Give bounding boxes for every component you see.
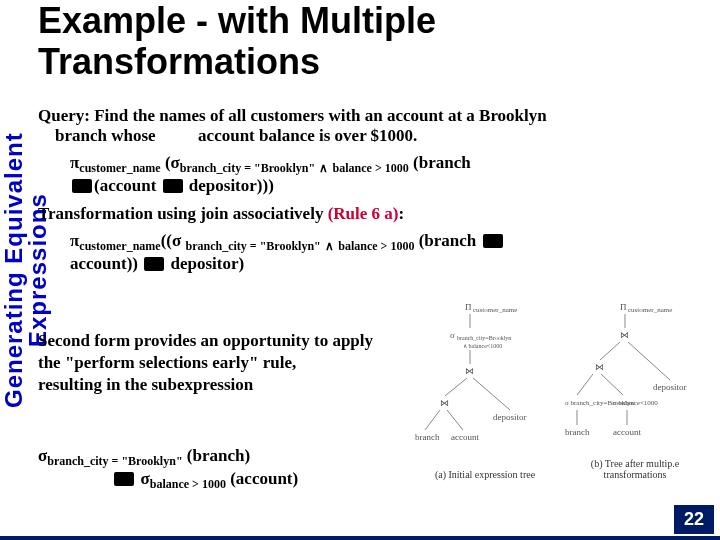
fig-account: account bbox=[451, 432, 479, 442]
fig-pi: Π bbox=[465, 302, 472, 312]
join-icon: ⋈ bbox=[144, 257, 164, 271]
sidebar-label: Generating Equivalent Expressions bbox=[2, 130, 32, 410]
footer-stripe bbox=[0, 536, 720, 540]
lower-paragraph: Second form provides an opportunity to a… bbox=[38, 330, 418, 396]
fig-sigma-sub2: ∧ balance<1000 bbox=[463, 343, 502, 349]
fig-branch: branch bbox=[415, 432, 440, 442]
query-text2: branch whose bbox=[55, 126, 156, 145]
fig-branch: branch bbox=[565, 427, 590, 437]
pi-sub: customer_name bbox=[79, 239, 160, 253]
sigma-sub: branch_city = "Brooklyn" bbox=[185, 239, 320, 253]
sigma-sub: branch_city = "Brooklyn" bbox=[180, 161, 315, 175]
colon: : bbox=[398, 204, 404, 223]
sigma-icon: σ bbox=[172, 231, 181, 250]
transform-line: Transformation using join associatively … bbox=[38, 204, 708, 224]
rel-account: account)) bbox=[70, 254, 138, 273]
figure-a: Π customer_name σ branch_city=Brooklyn ∧… bbox=[415, 300, 555, 480]
svg-line-4 bbox=[425, 410, 440, 430]
figure-b: Π customer_name ⋈ ⋈ depositor σ branch_c… bbox=[565, 300, 705, 480]
join-icon: ⋈ bbox=[483, 234, 503, 248]
fig-join2: ⋈ bbox=[440, 398, 449, 408]
query-prefix: Query: bbox=[38, 106, 90, 125]
svg-line-10 bbox=[601, 374, 623, 395]
fig-depositor: depositor bbox=[493, 412, 527, 422]
svg-line-3 bbox=[473, 378, 510, 410]
lower-l2: the "perform selections early" rule, bbox=[38, 353, 296, 372]
fig-pi-sub: customer_name bbox=[628, 306, 672, 314]
pi-sub: customer_name bbox=[79, 161, 160, 175]
sigma-icon: σ bbox=[141, 469, 150, 488]
rel-branch: (branch bbox=[419, 231, 477, 250]
fig-sigma-sub: branch_city=Brooklyn bbox=[457, 335, 511, 341]
fig-join: ⋈ bbox=[620, 330, 629, 340]
fig-sigma: σ bbox=[450, 330, 455, 340]
fig-pi: Π bbox=[620, 302, 627, 312]
fig-depositor: depositor bbox=[653, 382, 687, 392]
sigma-icon: σ bbox=[171, 153, 180, 172]
pi-icon: π bbox=[70, 231, 79, 250]
query-text3: account balance is over $1000. bbox=[198, 126, 417, 145]
pi-icon: π bbox=[70, 153, 79, 172]
svg-line-9 bbox=[577, 374, 593, 395]
figure-a-caption: (a) Initial expression tree bbox=[415, 469, 555, 480]
join-icon: ⋈ bbox=[114, 472, 134, 486]
rule-ref: (Rule 6 a) bbox=[328, 204, 399, 223]
fig-account: account bbox=[613, 427, 641, 437]
svg-line-2 bbox=[445, 378, 467, 396]
svg-line-8 bbox=[628, 342, 670, 380]
expression-tree-figure: Π customer_name σ branch_city=Brooklyn ∧… bbox=[415, 300, 710, 480]
sub2: balance > 1000 bbox=[150, 478, 226, 492]
rel-depositor: depositor))) bbox=[189, 176, 274, 195]
fig-pi-sub: customer_name bbox=[473, 306, 517, 314]
sub2-rel: (account) bbox=[230, 469, 298, 488]
svg-line-7 bbox=[600, 342, 620, 360]
lower-l3: resulting in the subexpression bbox=[38, 375, 253, 394]
lower-l1: Second form provides an opportunity to a… bbox=[38, 331, 373, 350]
page-number: 22 bbox=[674, 505, 714, 534]
cond2: balance > 1000 bbox=[338, 239, 414, 253]
figure-b-caption: (b) Tree after multip.e transformations bbox=[565, 458, 705, 480]
expression-1: πcustomer_name (σbranch_city = "Brooklyn… bbox=[70, 153, 708, 196]
fig-join2: ⋈ bbox=[595, 362, 604, 372]
cond2: balance > 1000 bbox=[333, 161, 409, 175]
rel-depositor: depositor) bbox=[170, 254, 244, 273]
sub1: branch_city = "Brooklyn" bbox=[47, 454, 182, 468]
query-text1: Find the names of all customers with an … bbox=[94, 106, 547, 125]
transform-text: Transformation using join associatively bbox=[38, 204, 323, 223]
and-icon: ∧ bbox=[319, 161, 328, 175]
join-icon: ⋈ bbox=[72, 179, 92, 193]
slide-title: Example - with Multiple Transformations bbox=[38, 0, 720, 83]
sigma-icon: σ bbox=[38, 446, 47, 465]
fig-join: ⋈ bbox=[465, 366, 474, 376]
rel-branch: (branch bbox=[413, 153, 471, 172]
expression-2: πcustomer_name((σ branch_city = "Brookly… bbox=[70, 231, 708, 274]
join-icon: ⋈ bbox=[163, 179, 183, 193]
query-line: Query: Find the names of all customers w… bbox=[38, 106, 708, 147]
sub1-rel: (branch) bbox=[187, 446, 250, 465]
subexpressions: σbranch_city = "Brooklyn" (branch) ⋈ σba… bbox=[38, 446, 298, 493]
svg-line-5 bbox=[447, 410, 463, 430]
fig-sig-b: σ balance<1000 bbox=[613, 399, 658, 407]
and-icon: ∧ bbox=[325, 239, 334, 253]
rel-account: (account bbox=[94, 176, 156, 195]
